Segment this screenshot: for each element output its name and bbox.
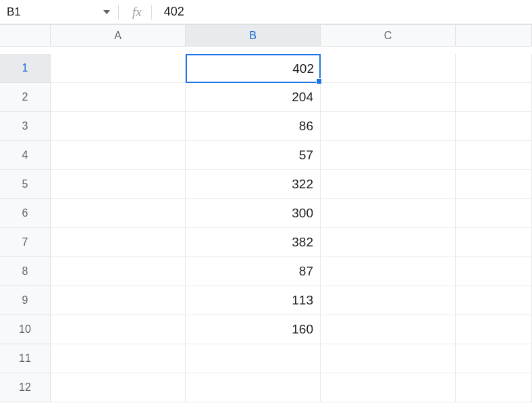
- column-header-D[interactable]: [456, 25, 532, 47]
- select-all-corner[interactable]: [0, 25, 51, 47]
- cell-A4[interactable]: [51, 141, 186, 170]
- column-header-B[interactable]: B: [186, 25, 321, 47]
- cell-C11[interactable]: [321, 344, 456, 373]
- cell-A6[interactable]: [51, 199, 186, 228]
- spreadsheet-grid: A B C 1 402 2 204 3 86 4 57 5 322 6 300 …: [0, 24, 532, 402]
- cell-A9[interactable]: [51, 286, 186, 315]
- cell-C2[interactable]: [321, 83, 456, 112]
- cell-C3[interactable]: [321, 112, 456, 141]
- row-header-1[interactable]: 1: [0, 54, 51, 83]
- cell-C7[interactable]: [321, 228, 456, 257]
- row-header-9[interactable]: 9: [0, 286, 51, 315]
- cell-B12[interactable]: [186, 373, 321, 402]
- cell-B3[interactable]: 86: [186, 112, 321, 141]
- cell-D5[interactable]: [456, 170, 532, 199]
- cell-A8[interactable]: [51, 257, 186, 286]
- row-header-11[interactable]: 11: [0, 344, 51, 373]
- divider: [118, 5, 119, 20]
- cell-C9[interactable]: [321, 286, 456, 315]
- cell-D6[interactable]: [456, 199, 532, 228]
- cell-A10[interactable]: [51, 315, 186, 344]
- cell-B2[interactable]: 204: [186, 83, 321, 112]
- cell-D12[interactable]: [456, 373, 532, 402]
- cell-B7[interactable]: 382: [186, 228, 321, 257]
- cell-B8[interactable]: 87: [186, 257, 321, 286]
- row-header-6[interactable]: 6: [0, 199, 51, 228]
- cell-C8[interactable]: [321, 257, 456, 286]
- row-header-10[interactable]: 10: [0, 315, 51, 344]
- cell-C1[interactable]: [321, 54, 456, 83]
- cell-D9[interactable]: [456, 286, 532, 315]
- cell-D10[interactable]: [456, 315, 532, 344]
- cell-D4[interactable]: [456, 141, 532, 170]
- formula-bar: fx: [0, 0, 532, 24]
- cell-C6[interactable]: [321, 199, 456, 228]
- cell-B9[interactable]: 113: [186, 286, 321, 315]
- cell-D7[interactable]: [456, 228, 532, 257]
- cell-A11[interactable]: [51, 344, 186, 373]
- row-header-8[interactable]: 8: [0, 257, 51, 286]
- cell-B6[interactable]: 300: [186, 199, 321, 228]
- cell-A2[interactable]: [51, 83, 186, 112]
- cell-D1[interactable]: [456, 54, 532, 83]
- cell-D8[interactable]: [456, 257, 532, 286]
- name-box-dropdown[interactable]: [51, 10, 118, 14]
- row-header-12[interactable]: 12: [0, 373, 51, 402]
- cell-D3[interactable]: [456, 112, 532, 141]
- row-header-2[interactable]: 2: [0, 83, 51, 112]
- cell-B11[interactable]: [186, 344, 321, 373]
- cell-D2[interactable]: [456, 83, 532, 112]
- cell-D11[interactable]: [456, 344, 532, 373]
- cell-B1[interactable]: 402: [186, 54, 321, 83]
- row-header-5[interactable]: 5: [0, 170, 51, 199]
- chevron-down-icon: [103, 10, 110, 14]
- row-header-7[interactable]: 7: [0, 228, 51, 257]
- cell-C4[interactable]: [321, 141, 456, 170]
- cell-B4[interactable]: 57: [186, 141, 321, 170]
- cell-B10[interactable]: 160: [186, 315, 321, 344]
- cell-A12[interactable]: [51, 373, 186, 402]
- cell-B5[interactable]: 322: [186, 170, 321, 199]
- cell-A5[interactable]: [51, 170, 186, 199]
- cell-C5[interactable]: [321, 170, 456, 199]
- column-header-A[interactable]: A: [51, 25, 186, 47]
- cell-A3[interactable]: [51, 112, 186, 141]
- cell-C10[interactable]: [321, 315, 456, 344]
- fx-label: fx: [123, 5, 151, 20]
- name-box[interactable]: [0, 5, 51, 19]
- row-header-3[interactable]: 3: [0, 112, 51, 141]
- column-header-C[interactable]: C: [321, 25, 456, 47]
- cell-C12[interactable]: [321, 373, 456, 402]
- cell-A7[interactable]: [51, 228, 186, 257]
- cell-A1[interactable]: [51, 54, 186, 83]
- row-header-4[interactable]: 4: [0, 141, 51, 170]
- formula-input[interactable]: [152, 5, 532, 19]
